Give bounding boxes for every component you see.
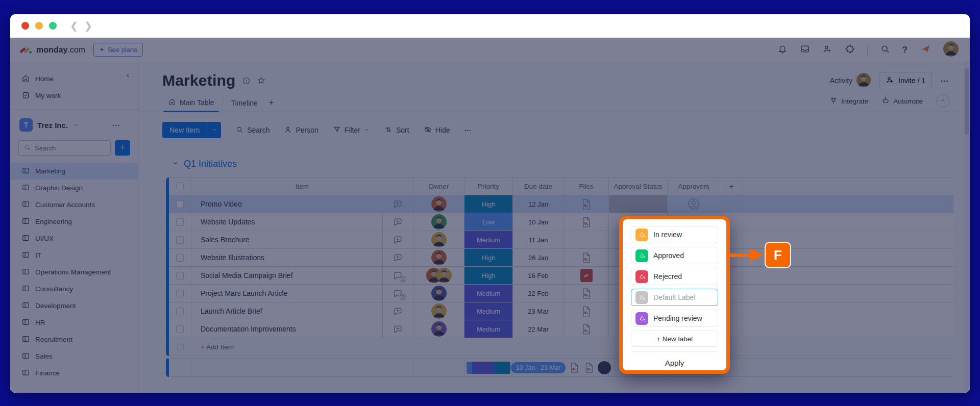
workspace-menu-icon[interactable]: ⋯ [112,120,121,130]
approvers-cell[interactable] [668,195,720,213]
priority-cell[interactable]: Low [464,213,513,231]
tab-timeline[interactable]: Timeline [225,94,263,112]
apps-puzzle-icon[interactable] [845,44,855,56]
integrate-button[interactable]: Integrate [829,96,868,106]
browser-back-button[interactable]: ❮ [70,20,78,32]
add-column-button[interactable]: + [720,177,743,195]
group-header[interactable]: Q1 Initiatives [172,157,970,170]
maximize-window-button[interactable] [49,22,57,30]
due-date-cell[interactable]: 22 Feb [513,285,564,302]
item-name-cell[interactable]: Website Illustrations [191,249,383,267]
sidebar-board-it[interactable]: IT [10,247,138,264]
due-date-cell[interactable]: 16 Feb [513,267,564,285]
board-menu-icon[interactable]: ⋯ [940,76,949,86]
add-item-row[interactable]: + Add Item [166,338,953,356]
sidebar-board-engineering[interactable]: Engineering [10,213,138,230]
row-checkbox[interactable] [169,267,191,285]
files-cell[interactable] [564,213,609,231]
label-option-pending-review[interactable]: Pending review [631,310,718,327]
sidebar-board-ui-ux[interactable]: UI/UX [10,230,138,247]
row-checkbox[interactable] [169,302,191,320]
apply-button[interactable]: Apply [631,357,718,367]
item-name-cell[interactable]: Website Updates [191,213,383,231]
priority-cell[interactable]: Medium [464,231,513,249]
see-plans-button[interactable]: ✦See plans [93,43,143,57]
sidebar-item-my-work[interactable]: My work [10,87,138,104]
notifications-bell-icon[interactable] [777,44,788,56]
due-date-cell[interactable]: 11 Jan [513,231,564,249]
due-date-cell[interactable]: 23 Mar [513,302,564,320]
files-cell[interactable] [564,320,609,338]
item-name-cell[interactable]: Sales Brochure [191,231,383,249]
owner-cell[interactable] [413,231,464,249]
filter-button[interactable]: Filter [333,125,370,135]
invite-members-icon[interactable] [822,44,832,56]
item-chat-button[interactable] [383,231,413,249]
files-cell[interactable] [564,195,609,213]
sidebar-board-operations-management[interactable]: Operations Management [10,264,138,281]
help-icon[interactable]: ? [902,45,908,55]
sidebar-board-development[interactable]: Development [10,297,138,314]
new-label-button[interactable]: + New label [631,331,718,347]
monday-doc-file-icon[interactable] [580,287,593,300]
files-cell[interactable] [564,231,609,249]
item-name-cell[interactable]: Social Media Campaign Brief [191,267,383,285]
files-cell[interactable] [564,267,609,285]
label-option-in-review[interactable]: In review [631,226,718,243]
search-icon[interactable] [880,44,890,56]
item-chat-button[interactable] [383,195,413,213]
row-checkbox[interactable] [169,231,191,249]
search-button[interactable]: Search [235,125,270,135]
sidebar-board-graphic-design[interactable]: Graphic Design [10,180,138,196]
automate-button[interactable]: Automate [881,96,923,106]
item-chat-button[interactable]: 1 [383,267,413,285]
row-checkbox[interactable] [169,213,191,231]
user-avatar[interactable] [943,41,959,59]
sidebar-board-marketing[interactable]: Marketing [10,163,138,180]
files-cell[interactable] [564,285,609,302]
item-chat-button[interactable]: 2 [383,285,413,302]
sidebar-board-consultancy[interactable]: Consultancy [10,281,138,297]
activity-button[interactable]: Activity [830,73,871,89]
due-date-cell[interactable]: 10 Jan [513,213,564,231]
new-item-button[interactable]: New Item [162,122,221,138]
inbox-icon[interactable] [800,44,810,56]
sidebar-board-sales[interactable]: Sales [10,348,138,365]
label-option-rejecred[interactable]: Rejecred [631,268,718,285]
sidebar-search[interactable] [18,140,111,156]
add-view-button[interactable]: + [264,93,279,112]
item-chat-button[interactable] [383,249,413,267]
link-file-icon[interactable] [580,269,593,282]
owner-cell[interactable] [413,195,464,213]
priority-cell[interactable]: Medium [464,320,513,338]
product-switcher-icon[interactable] [920,43,931,57]
favorite-star-icon[interactable] [257,76,266,85]
item-name-cell[interactable]: Launch Article Brief [191,302,383,320]
select-all-checkbox[interactable] [169,177,191,195]
search-input[interactable] [35,144,106,152]
files-cell[interactable] [564,302,609,320]
workspace-selector[interactable]: T Trez Inc. ⋯ [10,116,138,134]
priority-cell[interactable]: Medium [464,302,513,320]
add-item-label[interactable]: + Add Item [191,338,953,356]
scrollbar-thumb[interactable] [965,68,969,135]
new-item-dropdown[interactable] [207,122,221,138]
monday-doc-file-icon[interactable] [580,251,593,264]
tab-main-table[interactable]: Main Table [162,93,220,112]
collapse-header-button[interactable] [936,94,949,108]
owner-cell[interactable] [413,285,464,302]
approval-status-cell[interactable] [609,195,668,213]
toolbar-more-icon[interactable]: ⋯ [464,126,472,134]
default-label-input[interactable]: Default Label [631,289,718,306]
row-checkbox[interactable] [169,195,191,213]
priority-cell[interactable]: High [464,267,513,285]
item-chat-button[interactable] [383,213,413,231]
close-window-button[interactable] [21,22,29,30]
label-option-approved[interactable]: Approved [631,247,718,264]
item-chat-button[interactable] [383,302,413,320]
sidebar-collapse-icon[interactable] [124,71,132,82]
item-chat-button[interactable] [383,320,413,338]
owner-cell[interactable] [413,213,464,231]
scrollbar[interactable] [964,62,970,393]
info-icon[interactable] [242,77,251,85]
